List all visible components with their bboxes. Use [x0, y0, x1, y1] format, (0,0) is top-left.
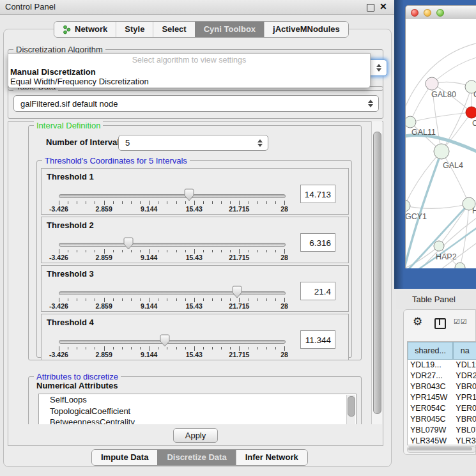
list-scrollbar[interactable] [346, 395, 355, 424]
table-row[interactable]: YBR043CYBR043C [408, 381, 476, 392]
slider-tick [239, 298, 240, 302]
slider-tick [203, 298, 204, 301]
slider-track[interactable] [59, 291, 286, 295]
network-node-gal4[interactable] [434, 144, 449, 159]
network-node-red[interactable] [466, 107, 476, 118]
network-edge[interactable] [439, 204, 469, 246]
table-hscrollbar[interactable] [407, 446, 476, 453]
network-edge[interactable] [432, 56, 476, 84]
network-edge[interactable] [406, 204, 469, 208]
network-node-gal80[interactable] [426, 77, 438, 90]
slider-tick [131, 201, 132, 204]
threshold-value-field[interactable]: 11.344 [300, 330, 335, 349]
dropdown-option-equal-width-frequency[interactable]: Equal Width/Frequency Discretization [10, 77, 149, 86]
node-table[interactable]: shared...na YDL19...YDL19...YDR27...YDR2… [407, 341, 476, 445]
table-row[interactable]: YLR345WYLR345W [408, 436, 476, 445]
settings-scrollbar[interactable] [371, 121, 382, 424]
tab-label: Select [162, 22, 186, 37]
threshold-value-field[interactable]: 14.713 [300, 185, 335, 203]
column-header[interactable]: na [453, 342, 476, 360]
table-row[interactable]: YER054CYER054C [408, 403, 476, 414]
slider-tick [140, 347, 141, 349]
slider-tick [131, 250, 132, 252]
scrollbar-thumb[interactable] [373, 132, 381, 414]
table-row[interactable]: YBR045CYBR045C [408, 414, 476, 425]
tab-label: Style [125, 22, 144, 37]
split-columns-icon[interactable] [434, 318, 446, 329]
slider-tick [176, 347, 177, 349]
numerical-attributes-label: Numerical Attributes [36, 381, 118, 390]
slider-thumb[interactable] [160, 334, 170, 347]
tab-jactivemnodules[interactable]: jActiveMNodules [264, 22, 348, 37]
slider-track[interactable] [59, 243, 286, 247]
slider-thumb[interactable] [184, 188, 194, 201]
slider-tick [221, 347, 222, 349]
table-row[interactable]: YBL079WYBL079W [408, 425, 476, 436]
apply-button[interactable]: Apply [173, 428, 218, 443]
threshold-label: Threshold 3 [47, 269, 94, 279]
network-edge[interactable] [406, 246, 439, 268]
threshold-value-field[interactable]: 6.316 [300, 233, 335, 252]
network-node-bot[interactable] [455, 263, 465, 268]
tab-discretize-data[interactable]: Discretize Data [157, 450, 235, 465]
table-row[interactable]: YDR27...YDR27... [408, 371, 476, 381]
slider-tick-label: 28 [280, 254, 288, 261]
slider-tick-label: 15.43 [186, 302, 203, 310]
minimize-traffic-light-icon[interactable] [424, 9, 431, 17]
slider-tick [131, 347, 132, 349]
combobox-value: galFiltered.sif default node [14, 99, 366, 109]
bottom-tab-bar: Impute Data Discretize Data Infer Networ… [91, 449, 308, 466]
slider-tick [230, 201, 231, 204]
network-edge[interactable] [406, 151, 441, 206]
close-traffic-light-icon[interactable] [411, 9, 418, 17]
slider-tick [167, 347, 167, 349]
slider-tick [194, 249, 195, 254]
zoom-traffic-light-icon[interactable] [436, 9, 444, 17]
gear-icon[interactable]: ⚙ [413, 316, 422, 327]
tab-cyni-toolbox[interactable]: Cyni Toolbox [195, 22, 264, 37]
slider-tick [68, 201, 68, 204]
network-edge[interactable] [441, 151, 469, 204]
tab-style[interactable]: Style [116, 22, 153, 37]
slider-tick-label: 15.43 [186, 351, 203, 358]
slider-tick [113, 250, 114, 252]
slider-tick [185, 298, 186, 301]
tab-network[interactable]: Network [54, 22, 116, 37]
table-row[interactable]: YPR145WYPR145W [408, 392, 476, 403]
network-edge[interactable] [460, 204, 469, 268]
number-of-intervals-combobox[interactable]: 5 [118, 135, 268, 151]
slider-track[interactable] [59, 340, 286, 344]
network-edge-thick[interactable] [406, 151, 441, 268]
table-data-combobox[interactable]: galFiltered.sif default node [13, 95, 379, 112]
float-window-icon[interactable] [367, 4, 374, 12]
scrollbar-thumb[interactable] [348, 396, 355, 417]
network-node-hap2[interactable] [434, 241, 444, 251]
slider-thumb[interactable] [232, 286, 242, 298]
interval-definition-group: Interval Definition Number of Intervals … [28, 125, 362, 360]
attribute-list-item[interactable]: SelfLoops [39, 394, 356, 406]
tab-select[interactable]: Select [153, 22, 194, 37]
slider-tick [77, 250, 77, 252]
slider-tick [212, 298, 213, 301]
dropdown-option-manual-discretization[interactable]: Manual Discretization [10, 67, 96, 77]
close-icon[interactable]: ✕ [380, 1, 387, 12]
network-node-gcy1[interactable] [406, 200, 410, 211]
column-header[interactable]: shared... [408, 342, 453, 360]
slider-tick [194, 298, 195, 302]
network-node-gal11[interactable] [406, 116, 416, 128]
attribute-list-item[interactable]: BetweennessCentrality [39, 417, 356, 424]
tab-label: jActiveMNodules [273, 22, 340, 37]
tab-impute-data[interactable]: Impute Data [92, 450, 157, 465]
numerical-attributes-list[interactable]: SelfLoopsTopologicalCoefficientBetweenne… [38, 394, 357, 424]
scrollbar-thumb[interactable] [408, 447, 472, 450]
network-window-titlebar[interactable] [405, 5, 476, 19]
table-row[interactable]: YDL19...YDL19... [408, 360, 476, 371]
network-edge[interactable] [410, 112, 472, 122]
select-columns-checkboxes-icon[interactable]: ☑☑ [454, 318, 468, 326]
threshold-value-field[interactable]: 21.4 [300, 282, 335, 300]
network-canvas[interactable]: GAL80GCGAL11GAL4GCY1HHAP2 [405, 19, 476, 268]
tab-infer-network[interactable]: Infer Network [236, 450, 307, 465]
attribute-list-item[interactable]: TopologicalCoefficient [39, 406, 356, 417]
slider-thumb[interactable] [123, 237, 134, 250]
slider-track[interactable] [59, 194, 286, 198]
